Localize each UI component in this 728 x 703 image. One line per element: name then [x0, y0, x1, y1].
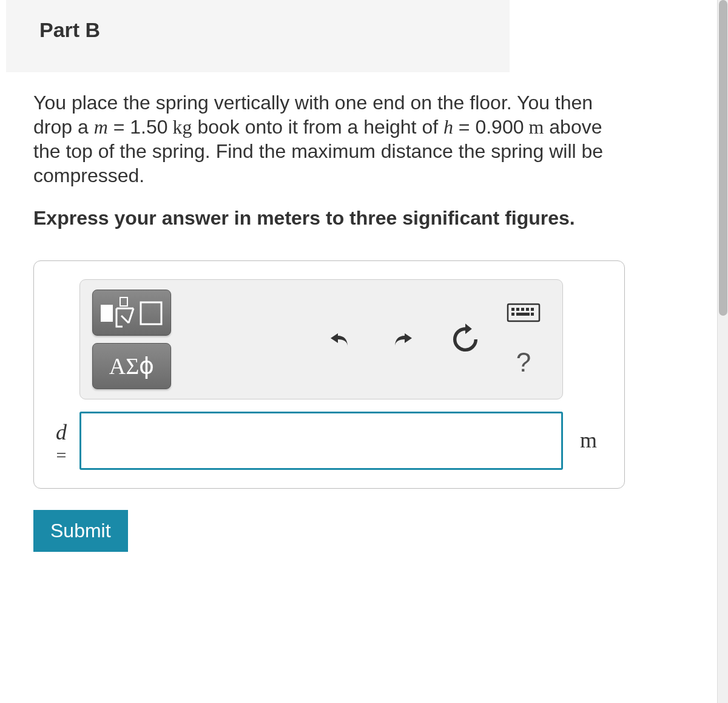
redo-icon [388, 325, 417, 354]
height-value: 0.900 [475, 116, 524, 138]
answer-variable-label: d = [49, 421, 73, 470]
scrollbar-track[interactable] [717, 0, 728, 703]
question-mid1: book onto it from a height of [192, 116, 443, 138]
mass-unit: kg [167, 116, 192, 138]
svg-rect-4 [141, 302, 161, 324]
instruction-text: Express your answer in meters to three s… [33, 206, 628, 231]
submit-label: Submit [50, 520, 111, 542]
undo-icon [326, 325, 355, 354]
question-text: You place the spring vertically with one… [33, 90, 628, 188]
svg-rect-12 [516, 313, 530, 316]
svg-rect-10 [531, 308, 534, 311]
redo-button[interactable] [384, 321, 420, 358]
answer-unit: m [580, 427, 597, 470]
svg-rect-1 [120, 297, 127, 306]
submit-button[interactable]: Submit [33, 510, 128, 552]
svg-rect-6 [511, 308, 514, 311]
answer-variable: d [56, 420, 67, 444]
svg-line-2 [121, 316, 129, 323]
mass-variable: m [94, 116, 108, 138]
svg-rect-7 [516, 308, 519, 311]
height-variable: h [443, 116, 453, 138]
reset-button[interactable] [446, 320, 485, 359]
math-templates-button[interactable] [92, 290, 171, 336]
answer-box: d = ΑΣϕ [33, 260, 625, 489]
svg-rect-13 [531, 313, 534, 316]
part-header: Part B [6, 0, 510, 72]
svg-rect-9 [526, 308, 529, 311]
greek-symbols-button[interactable]: ΑΣϕ [92, 343, 171, 389]
equation-toolbar: ΑΣϕ [79, 279, 563, 399]
answer-input[interactable] [79, 412, 563, 470]
help-button[interactable]: ? [513, 344, 534, 381]
math-template-icon [98, 296, 165, 329]
keyboard-icon [507, 301, 541, 325]
help-icon: ? [516, 347, 531, 378]
height-unit: m [524, 116, 544, 138]
greek-symbols-label: ΑΣϕ [109, 353, 155, 379]
eq1: = [108, 116, 130, 138]
svg-rect-0 [101, 305, 113, 322]
svg-rect-11 [511, 313, 514, 316]
part-title: Part B [39, 18, 476, 42]
undo-button[interactable] [322, 321, 359, 358]
answer-equals: = [49, 445, 73, 465]
svg-line-3 [129, 308, 133, 323]
mass-value: 1.50 [130, 116, 167, 138]
question-body: You place the spring vertically with one… [0, 72, 661, 260]
scrollbar-thumb[interactable] [719, 0, 727, 316]
keyboard-button[interactable] [503, 297, 544, 328]
reset-icon [450, 324, 481, 355]
svg-rect-8 [521, 308, 524, 311]
eq2: = [453, 116, 475, 138]
